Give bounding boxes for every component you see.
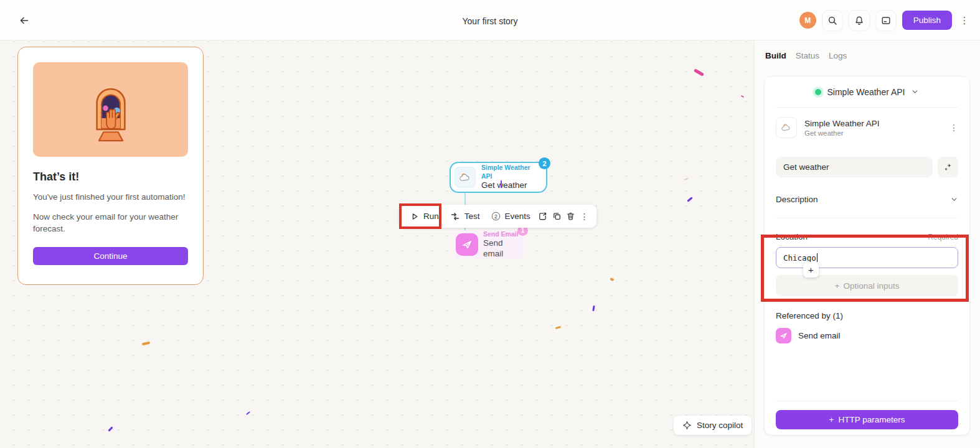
- event-count-badge: 2: [539, 157, 550, 169]
- confetti-piece: [246, 411, 250, 415]
- play-icon: [410, 212, 419, 221]
- plus-icon: +: [829, 415, 834, 424]
- send-email-app-icon: [776, 328, 791, 343]
- node-get-weather[interactable]: Simple Weather API Get weather 2: [450, 162, 547, 193]
- referenced-item-label: Send email: [798, 331, 841, 340]
- action-name-input[interactable]: Get weather: [776, 157, 933, 177]
- node-app-name: Send Email: [483, 230, 519, 238]
- search-button[interactable]: [822, 10, 843, 31]
- node-send-email[interactable]: Send Email Send email 1: [453, 230, 525, 259]
- header-kebab-menu[interactable]: ⋮: [958, 10, 971, 31]
- events-button[interactable]: 2 Events: [486, 205, 536, 228]
- confetti-piece: [142, 342, 151, 346]
- confetti-piece: [108, 426, 113, 431]
- node-app-name: Simple Weather API: [481, 164, 540, 180]
- tab-logs[interactable]: Logs: [829, 51, 847, 60]
- confetti-piece: [694, 68, 704, 77]
- tab-status[interactable]: Status: [796, 51, 819, 60]
- feedback-button[interactable]: [875, 10, 897, 31]
- confetti-piece: [555, 326, 561, 329]
- confetti-piece: [687, 197, 693, 202]
- referenced-by-label: Referenced by (1): [776, 311, 958, 320]
- completion-text-2: Now check your email for your weather fo…: [33, 212, 188, 235]
- send-email-app-icon: [456, 233, 478, 256]
- divider: [776, 218, 958, 218]
- completion-illustration: [33, 62, 188, 157]
- node-labels: Send Email Send email: [483, 230, 519, 259]
- feedback-icon: [881, 16, 891, 26]
- node-labels: Simple Weather API Get weather: [481, 164, 540, 190]
- divider: [776, 401, 958, 401]
- publish-button[interactable]: Publish: [902, 11, 952, 30]
- text-cursor: [501, 180, 502, 188]
- sparkles-icon: [943, 162, 953, 172]
- location-header: Location Required: [776, 232, 958, 241]
- weather-app-icon: [776, 117, 797, 138]
- node-action-name: Send email: [483, 238, 519, 259]
- agent-title: Simple Weather API: [804, 119, 880, 128]
- run-button[interactable]: Run: [405, 205, 445, 228]
- sparkle-star-icon: [682, 421, 692, 430]
- copy-icon: [552, 212, 562, 221]
- node-toolbar: Run Test 2 Events: [400, 205, 596, 228]
- canvas[interactable]: That’s it! You've just finished your fir…: [0, 40, 754, 448]
- events-count-icon: 2: [491, 212, 500, 221]
- bell-icon: [854, 16, 864, 26]
- agent-subtitle: Get weather: [804, 129, 880, 137]
- panel-tabs: Build Status Logs: [765, 51, 847, 60]
- story-selector[interactable]: Simple Weather API: [776, 77, 958, 108]
- header-actions: M Publish ⋮: [799, 0, 971, 40]
- action-name-row: Get weather: [776, 157, 958, 177]
- description-section[interactable]: Description: [776, 195, 958, 204]
- agent-summary-row[interactable]: Simple Weather API Get weather ⋮: [776, 108, 958, 147]
- search-icon: [827, 16, 837, 26]
- panel-spacer: [776, 343, 958, 401]
- completion-title: That’s it!: [33, 170, 188, 184]
- confetti-piece: [592, 306, 595, 311]
- properties-panel: Build Status Logs Simple Weather API Sim…: [754, 40, 980, 448]
- text-caret: [817, 253, 818, 262]
- confetti-piece: [741, 95, 744, 98]
- agent-kebab-menu[interactable]: ⋮: [949, 123, 958, 133]
- insert-plus-chip[interactable]: +: [803, 262, 819, 278]
- completion-text-1: You've just finished your first automati…: [33, 192, 188, 203]
- story-copilot-button[interactable]: Story copilot: [674, 416, 751, 435]
- confetti-piece: [684, 178, 688, 180]
- referenced-item-send-email[interactable]: Send email: [776, 328, 958, 343]
- top-bar: Your first story M Publish ⋮: [0, 0, 980, 40]
- status-green-dot: [815, 89, 821, 95]
- description-label: Description: [776, 195, 818, 204]
- continue-button[interactable]: Continue: [33, 247, 188, 265]
- agent-labels: Simple Weather API Get weather: [804, 119, 880, 137]
- story-selector-label: Simple Weather API: [827, 87, 905, 97]
- tab-build[interactable]: Build: [765, 51, 786, 60]
- send-to-story-button[interactable]: [536, 205, 550, 228]
- node-kebab-menu[interactable]: ⋮: [578, 205, 591, 228]
- test-button[interactable]: Test: [445, 205, 486, 228]
- action-config-card: Simple Weather API Simple Weather API Ge…: [764, 76, 970, 436]
- location-input-wrap: Chicago +: [776, 241, 958, 268]
- plus-icon: +: [835, 281, 840, 291]
- avatar[interactable]: M: [799, 12, 816, 29]
- test-route-icon: [450, 212, 460, 222]
- weather-app-icon: [455, 167, 476, 188]
- export-icon: [538, 212, 547, 221]
- chevron-down-icon: [911, 88, 919, 96]
- location-label: Location: [776, 232, 808, 241]
- http-parameters-button[interactable]: + HTTP parameters: [776, 410, 958, 429]
- app: Your first story M Publish ⋮: [0, 0, 980, 448]
- required-badge: Required: [928, 233, 958, 241]
- waving-hand-doorway-icon: [81, 76, 141, 143]
- node-action-name: Get weather: [481, 180, 540, 191]
- chevron-down-icon: [950, 195, 958, 203]
- completion-card: That’s it! You've just finished your fir…: [17, 47, 204, 285]
- notifications-button[interactable]: [849, 10, 870, 31]
- confetti-piece: [610, 278, 614, 281]
- optional-inputs-button[interactable]: + Optional inputs: [776, 275, 958, 296]
- copy-button[interactable]: [550, 205, 563, 228]
- trash-icon: [566, 212, 575, 221]
- ai-rename-button[interactable]: [938, 157, 958, 177]
- delete-button[interactable]: [563, 205, 577, 228]
